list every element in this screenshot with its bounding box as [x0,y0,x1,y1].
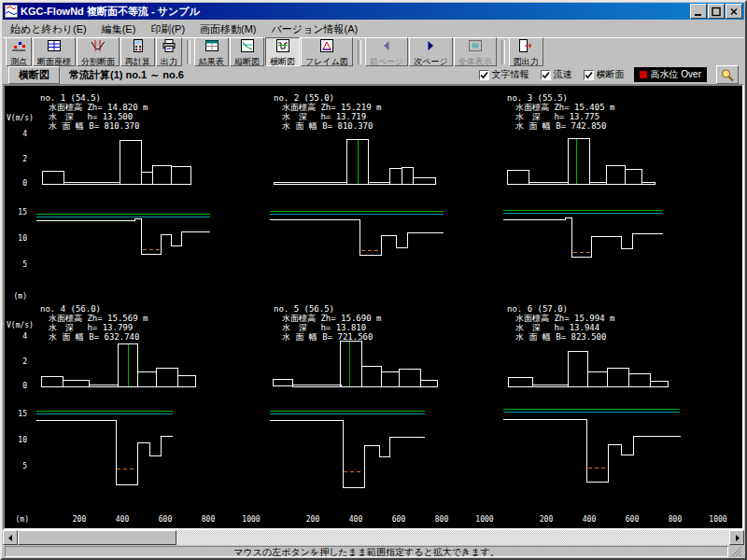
plot-info-line: 水 深 h= 13.775 [507,112,614,121]
results-table-icon [204,38,219,57]
toolbar-button-station[interactable]: 測点 [6,37,32,66]
checkbox-box [584,70,594,80]
output-icon [162,38,176,57]
plot-chart [270,330,490,513]
scrollbar-thumb[interactable] [18,530,176,545]
elevation-tick: 5 [8,462,27,471]
zoom-button[interactable] [716,65,739,84]
fit-view-icon [468,38,483,57]
toolbar-button-frame-chart[interactable]: フレイム図 [301,37,353,66]
checkbox-box [541,70,551,80]
plot-title: no. 3 (55.5) [507,93,614,103]
velocity-tick: 4 [8,130,27,139]
minimize-icon [692,6,705,18]
velocity-tick: 0 [8,179,27,189]
recalc-icon [131,38,146,57]
checkbox-label: 文字情報 [492,68,529,81]
toolbar-separator [501,40,505,64]
scroll-left-button[interactable] [3,530,18,545]
status-bar: マウスの左ボタンを押したまま範囲指定すると拡大できます。 [3,545,744,558]
x-tick: 1000 [472,515,497,525]
check-icon [480,71,488,79]
plot-chart [36,330,257,513]
plot-chart [270,123,490,299]
x-tick: 200 [534,515,558,525]
elevation-tick: 15 [8,410,27,419]
checkbox-label: 横断面 [597,68,625,81]
plot-info-line: 水 深 h= 13.719 [274,112,381,121]
checkbox-text-info[interactable]: 文字情報 [479,68,529,81]
check-icon [542,71,550,79]
station-icon [11,38,26,57]
toolbar-button-section-table[interactable]: 断面座標 [33,37,76,66]
toolbar-button-recalc[interactable]: 再計算 [120,37,155,66]
title-bar[interactable]: KGC-FlowNd 複断面不等流 - サンプル [3,3,744,20]
magnifier-icon [720,68,735,82]
velocity-tick: 4 [8,332,27,342]
toolbar-button-output[interactable]: 出力 [156,37,182,66]
status-message: マウスの左ボタンを押したまま範囲指定すると拡大できます。 [5,546,728,557]
app-icon [5,5,18,18]
x-tick: 600 [153,515,177,525]
toolbar-button-results-table[interactable]: 結果表 [194,37,229,66]
toolbar-separator [358,40,361,64]
plot-info-line: 水面標高 Zh= 15.405 m [507,103,614,112]
plot-chart [503,123,724,299]
toolbar-button-cross-section-chart[interactable]: 横断図 [265,37,300,66]
toolbar-button-fit-view[interactable]: 全体表示 [454,37,497,66]
maximize-button[interactable] [708,4,725,19]
x-tick: 600 [387,515,411,525]
prev-page-icon [379,38,394,57]
split-section-icon [91,38,106,57]
scroll-right-button[interactable] [729,530,744,545]
menu-item[interactable]: 画面移動(M) [192,21,264,37]
close-button[interactable] [726,4,742,19]
menu-item[interactable]: 始めと終わり(E) [3,21,94,37]
maximize-icon [710,6,723,18]
plot-info-line: 水 深 h= 13.500 [40,112,148,121]
section-table-icon [47,38,62,57]
toolbar-button-figure-output[interactable]: 図出力 [509,37,543,66]
plot-info-line: 水面標高 Zh= 15.569 m [40,314,148,323]
toolbar-button-split-section[interactable]: 分割断面 [77,37,120,66]
plot-title: no. 2 (55.0) [274,93,381,103]
toolbar-button-next-page[interactable]: 次ページ [409,37,452,66]
close-icon [727,6,740,18]
plot-canvas[interactable]: V(m/s)42015105V(m/s)42015105(m)(m)200400… [5,86,742,528]
x-tick: 1000 [706,515,730,525]
toolbar-button-profile-chart[interactable]: 縦断図 [230,37,264,66]
x-tick: 1000 [239,515,263,525]
check-icon [585,71,593,79]
x-tick: 200 [67,515,92,525]
x-tick: 600 [620,515,644,525]
plot-info-line: 水面標高 Zh= 14.820 m [40,103,148,112]
high-water-over-label: 高水位 Over [651,68,701,81]
header-bar: 横断図 常流計算(1) no.1 ～ no.6 文字情報流速横断面 高水位 Ov… [3,65,744,84]
toolbar-button-prev-page[interactable]: 前ページ [365,37,408,66]
plot-title: no. 4 (56.0) [40,304,148,314]
scroll-right-icon [734,535,740,541]
plot-info-line: 水面標高 Zh= 15.219 m [274,103,381,112]
checkbox-cross-section[interactable]: 横断面 [584,68,625,81]
x-tick: 800 [196,515,220,525]
window-title: KGC-FlowNd 複断面不等流 - サンプル [21,5,687,19]
menu-item[interactable]: バージョン情報(A) [264,21,366,37]
elevation-tick: 15 [8,208,27,217]
titlebar-controls [690,4,742,19]
elevation-unit: (m) [8,292,27,301]
menu-item[interactable]: 編集(E) [94,21,144,37]
app-window: KGC-FlowNd 複断面不等流 - サンプル 始めと終わり(E)編集(E)印… [0,0,747,560]
resize-grip[interactable] [730,546,742,557]
elevation-tick: 10 [8,234,27,244]
elevation-tick: 10 [8,436,27,445]
scrollbar-track[interactable] [18,530,729,545]
menu-item[interactable]: 印刷(P) [143,21,192,37]
horizontal-scrollbar [3,530,744,545]
scroll-left-icon [7,535,14,541]
elevation-tick: 5 [8,260,27,270]
checkbox-velocity[interactable]: 流速 [541,68,572,81]
velocity-axis-label: V(m/s) [7,321,38,330]
minimize-button[interactable] [690,4,707,19]
velocity-tick: 0 [8,382,27,391]
x-tick: 800 [430,515,454,525]
